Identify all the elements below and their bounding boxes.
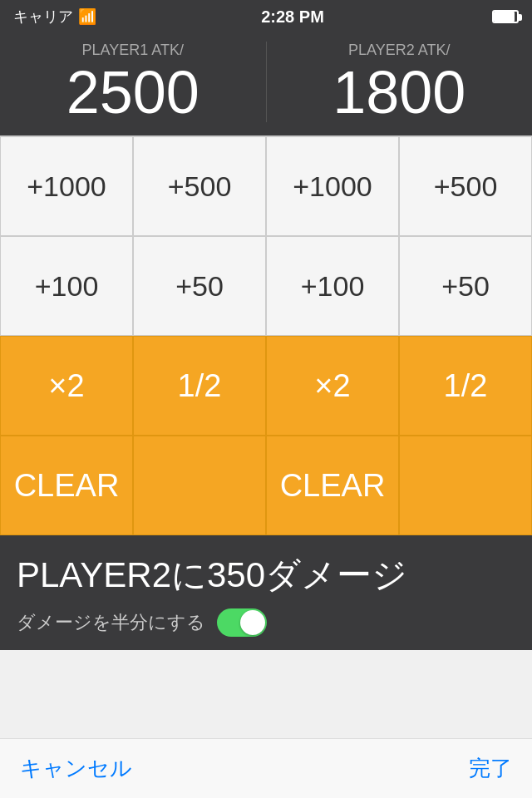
player1-value: 2500 bbox=[0, 62, 266, 122]
battery-icon bbox=[492, 10, 519, 23]
half-damage-toggle[interactable] bbox=[217, 608, 267, 637]
player1-block: PLAYER1 ATK/ 2500 bbox=[0, 42, 266, 122]
half-damage-label: ダメージを半分にする bbox=[17, 610, 205, 635]
p2-half[interactable]: 1/2 bbox=[399, 336, 532, 436]
p1-plus500[interactable]: +500 bbox=[133, 136, 266, 236]
status-bar: キャリア 📶 2:28 PM bbox=[0, 0, 532, 33]
p1-plus1000[interactable]: +1000 bbox=[0, 136, 133, 236]
player2-block: PLAYER2 ATK/ 1800 bbox=[267, 42, 533, 122]
p2-plus100[interactable]: +100 bbox=[266, 236, 399, 336]
p2-plus1000[interactable]: +1000 bbox=[266, 136, 399, 236]
carrier-text: キャリア bbox=[13, 7, 73, 27]
player2-value: 1800 bbox=[267, 62, 533, 122]
p2-times2[interactable]: ×2 bbox=[266, 336, 399, 436]
bottom-bar: キャンセル 完了 bbox=[0, 738, 532, 798]
p2-plus50[interactable]: +50 bbox=[399, 236, 532, 336]
p1-plus100[interactable]: +100 bbox=[0, 236, 133, 336]
player1-label: PLAYER1 ATK/ bbox=[0, 42, 266, 59]
p2-clear-empty bbox=[399, 436, 532, 535]
calculator-grid: +1000 +500 +1000 +500 +100 +50 +100 +50 … bbox=[0, 135, 532, 535]
battery-fill bbox=[494, 12, 515, 22]
player2-label: PLAYER2 ATK/ bbox=[267, 42, 533, 59]
p2-plus500[interactable]: +500 bbox=[399, 136, 532, 236]
p1-half[interactable]: 1/2 bbox=[133, 336, 266, 436]
result-area: PLAYER2に350ダメージ ダメージを半分にする bbox=[0, 535, 532, 650]
done-button[interactable]: 完了 bbox=[469, 754, 512, 783]
cancel-button[interactable]: キャンセル bbox=[20, 754, 132, 783]
wifi-icon: 📶 bbox=[78, 7, 96, 26]
half-damage-row: ダメージを半分にする bbox=[17, 608, 515, 637]
p2-clear-button[interactable]: CLEAR bbox=[266, 436, 399, 535]
damage-text: PLAYER2に350ダメージ bbox=[17, 552, 515, 598]
p1-clear-empty bbox=[133, 436, 266, 535]
toggle-knob bbox=[240, 610, 265, 635]
p1-plus50[interactable]: +50 bbox=[133, 236, 266, 336]
p1-times2[interactable]: ×2 bbox=[0, 336, 133, 436]
header: PLAYER1 ATK/ 2500 PLAYER2 ATK/ 1800 bbox=[0, 33, 532, 135]
p1-clear-button[interactable]: CLEAR bbox=[0, 436, 133, 535]
status-time: 2:28 PM bbox=[261, 7, 324, 27]
carrier-signal: キャリア 📶 bbox=[13, 7, 96, 27]
